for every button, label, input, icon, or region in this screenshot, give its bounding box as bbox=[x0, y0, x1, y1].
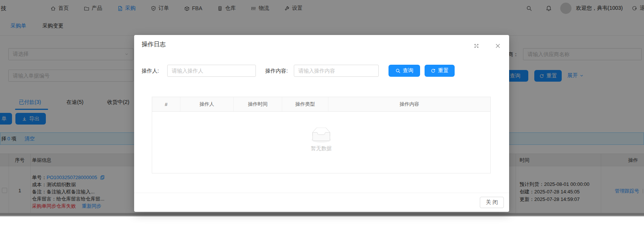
modal-footer-divider bbox=[134, 193, 509, 193]
operation-log-modal: 操作日志 操作人: 操作内容: 查询 重置 # 操作人 操作时间 操作类型 操作… bbox=[134, 35, 509, 212]
modal-query-button[interactable]: 查询 bbox=[389, 65, 420, 77]
content-label: 操作内容: bbox=[265, 68, 288, 74]
modal-reset-button[interactable]: 重置 bbox=[425, 65, 455, 77]
log-header-time: 操作时间 bbox=[234, 97, 282, 111]
fullscreen-icon[interactable] bbox=[473, 43, 479, 49]
modal-title: 操作日志 bbox=[142, 41, 166, 49]
content-input[interactable] bbox=[294, 65, 379, 77]
empty-state: 暂无数据 bbox=[152, 128, 490, 152]
empty-box-icon bbox=[152, 128, 490, 143]
close-icon[interactable] bbox=[494, 43, 501, 49]
log-table-body: 暂无数据 bbox=[152, 112, 490, 173]
log-table-header: # 操作人 操作时间 操作类型 操作内容 bbox=[152, 97, 490, 112]
operator-input[interactable] bbox=[167, 65, 256, 77]
refresh-icon bbox=[431, 68, 436, 73]
app-root: 技 首页 产品 采购 订单 FBA bbox=[0, 0, 644, 225]
log-header-hash: # bbox=[152, 97, 180, 111]
log-header-type: 操作类型 bbox=[282, 97, 328, 111]
log-header-content: 操作内容 bbox=[328, 97, 490, 111]
log-header-operator: 操作人 bbox=[180, 97, 234, 111]
modal-close-button[interactable]: 关 闭 bbox=[480, 197, 504, 208]
log-table: # 操作人 操作时间 操作类型 操作内容 暂无数据 bbox=[152, 97, 491, 173]
operator-label: 操作人: bbox=[142, 68, 159, 74]
empty-text: 暂无数据 bbox=[152, 145, 490, 152]
modal-reset-label: 重置 bbox=[438, 67, 449, 74]
search-icon bbox=[395, 68, 401, 73]
modal-query-label: 查询 bbox=[403, 67, 413, 74]
